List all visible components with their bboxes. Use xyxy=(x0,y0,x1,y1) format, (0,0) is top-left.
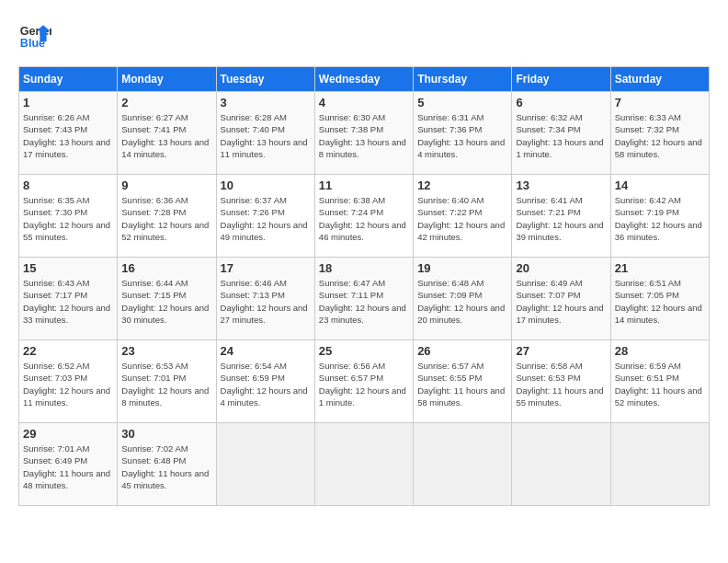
day-info: Sunrise: 6:44 AMSunset: 7:15 PMDaylight:… xyxy=(121,277,211,326)
day-info: Sunrise: 6:28 AMSunset: 7:40 PMDaylight:… xyxy=(221,111,311,160)
day-number: 20 xyxy=(516,261,606,275)
day-number: 5 xyxy=(417,96,507,109)
day-info: Sunrise: 6:40 AMSunset: 7:22 PMDaylight:… xyxy=(417,194,507,243)
calendar-cell: 11Sunrise: 6:38 AMSunset: 7:24 PMDayligh… xyxy=(314,175,413,258)
day-number: 19 xyxy=(417,261,507,275)
day-number: 30 xyxy=(121,427,211,441)
day-info: Sunrise: 6:48 AMSunset: 7:09 PMDaylight:… xyxy=(417,277,507,326)
day-number: 25 xyxy=(319,344,409,358)
day-info: Sunrise: 6:56 AMSunset: 6:57 PMDaylight:… xyxy=(319,360,409,408)
day-info: Sunrise: 6:43 AMSunset: 7:17 PMDaylight:… xyxy=(23,277,113,326)
day-info: Sunrise: 6:27 AMSunset: 7:41 PMDaylight:… xyxy=(121,111,211,160)
calendar-cell: 25Sunrise: 6:56 AMSunset: 6:57 PMDayligh… xyxy=(314,340,413,423)
calendar-cell: 18Sunrise: 6:47 AMSunset: 7:11 PMDayligh… xyxy=(314,258,413,340)
day-info: Sunrise: 6:30 AMSunset: 7:38 PMDaylight:… xyxy=(319,111,409,160)
calendar-header: SundayMondayTuesdayWednesdayThursdayFrid… xyxy=(19,67,710,92)
calendar-cell: 9Sunrise: 6:36 AMSunset: 7:28 PMDaylight… xyxy=(118,175,216,258)
day-number: 17 xyxy=(221,261,311,275)
calendar-cell: 2Sunrise: 6:27 AMSunset: 7:41 PMDaylight… xyxy=(118,92,216,175)
day-info: Sunrise: 6:46 AMSunset: 7:13 PMDaylight:… xyxy=(221,277,311,326)
calendar-cell: 12Sunrise: 6:40 AMSunset: 7:22 PMDayligh… xyxy=(414,175,512,258)
calendar-week-row: 29Sunrise: 7:01 AMSunset: 6:49 PMDayligh… xyxy=(19,423,710,506)
day-info: Sunrise: 6:59 AMSunset: 6:51 PMDaylight:… xyxy=(615,360,705,408)
day-number: 15 xyxy=(23,261,113,275)
calendar-cell: 22Sunrise: 6:52 AMSunset: 7:03 PMDayligh… xyxy=(19,340,118,423)
day-number: 28 xyxy=(615,344,705,358)
calendar-cell: 1Sunrise: 6:26 AMSunset: 7:43 PMDaylight… xyxy=(19,92,118,175)
day-info: Sunrise: 6:54 AMSunset: 6:59 PMDaylight:… xyxy=(221,360,311,408)
weekday-header: Monday xyxy=(118,67,216,92)
calendar-week-row: 1Sunrise: 6:26 AMSunset: 7:43 PMDaylight… xyxy=(19,92,710,175)
calendar-week-row: 15Sunrise: 6:43 AMSunset: 7:17 PMDayligh… xyxy=(19,258,710,340)
calendar-week-row: 8Sunrise: 6:35 AMSunset: 7:30 PMDaylight… xyxy=(19,175,710,258)
day-info: Sunrise: 6:51 AMSunset: 7:05 PMDaylight:… xyxy=(615,277,705,326)
page-header: General Blue xyxy=(18,18,710,52)
day-number: 12 xyxy=(417,178,507,192)
day-info: Sunrise: 6:53 AMSunset: 7:01 PMDaylight:… xyxy=(121,360,211,408)
calendar-cell: 19Sunrise: 6:48 AMSunset: 7:09 PMDayligh… xyxy=(414,258,512,340)
calendar-cell: 15Sunrise: 6:43 AMSunset: 7:17 PMDayligh… xyxy=(19,258,118,340)
calendar-cell: 13Sunrise: 6:41 AMSunset: 7:21 PMDayligh… xyxy=(512,175,610,258)
calendar-cell xyxy=(610,423,709,506)
day-number: 16 xyxy=(121,261,211,275)
day-info: Sunrise: 6:42 AMSunset: 7:19 PMDaylight:… xyxy=(615,194,705,243)
day-number: 27 xyxy=(516,344,606,358)
day-number: 29 xyxy=(23,427,113,441)
day-number: 10 xyxy=(221,178,311,192)
logo: General Blue xyxy=(18,18,51,52)
day-info: Sunrise: 6:36 AMSunset: 7:28 PMDaylight:… xyxy=(121,194,211,243)
day-number: 14 xyxy=(615,178,705,192)
calendar-cell: 28Sunrise: 6:59 AMSunset: 6:51 PMDayligh… xyxy=(610,340,709,423)
calendar-cell: 26Sunrise: 6:57 AMSunset: 6:55 PMDayligh… xyxy=(414,340,512,423)
day-number: 22 xyxy=(23,344,113,358)
calendar-cell: 17Sunrise: 6:46 AMSunset: 7:13 PMDayligh… xyxy=(216,258,314,340)
calendar-cell: 24Sunrise: 6:54 AMSunset: 6:59 PMDayligh… xyxy=(216,340,314,423)
calendar-cell: 4Sunrise: 6:30 AMSunset: 7:38 PMDaylight… xyxy=(314,92,413,175)
calendar-cell: 30Sunrise: 7:02 AMSunset: 6:48 PMDayligh… xyxy=(118,423,216,506)
day-info: Sunrise: 6:32 AMSunset: 7:34 PMDaylight:… xyxy=(516,111,606,160)
calendar-cell: 21Sunrise: 6:51 AMSunset: 7:05 PMDayligh… xyxy=(610,258,709,340)
day-number: 8 xyxy=(23,178,113,192)
day-info: Sunrise: 7:01 AMSunset: 6:49 PMDaylight:… xyxy=(23,442,113,491)
weekday-header: Saturday xyxy=(610,67,709,92)
day-info: Sunrise: 6:52 AMSunset: 7:03 PMDaylight:… xyxy=(23,360,113,408)
weekday-header: Tuesday xyxy=(216,67,314,92)
calendar-week-row: 22Sunrise: 6:52 AMSunset: 7:03 PMDayligh… xyxy=(19,340,710,423)
calendar-cell: 23Sunrise: 6:53 AMSunset: 7:01 PMDayligh… xyxy=(118,340,216,423)
calendar-cell: 6Sunrise: 6:32 AMSunset: 7:34 PMDaylight… xyxy=(512,92,610,175)
calendar-cell: 10Sunrise: 6:37 AMSunset: 7:26 PMDayligh… xyxy=(216,175,314,258)
calendar-cell xyxy=(216,423,314,506)
calendar-cell xyxy=(314,423,413,506)
day-info: Sunrise: 6:41 AMSunset: 7:21 PMDaylight:… xyxy=(516,194,606,243)
calendar-cell: 29Sunrise: 7:01 AMSunset: 6:49 PMDayligh… xyxy=(19,423,118,506)
day-number: 2 xyxy=(121,96,211,109)
day-number: 4 xyxy=(319,96,409,109)
day-number: 11 xyxy=(319,178,409,192)
day-number: 18 xyxy=(319,261,409,275)
calendar-cell: 27Sunrise: 6:58 AMSunset: 6:53 PMDayligh… xyxy=(512,340,610,423)
calendar-cell xyxy=(414,423,512,506)
weekday-header: Sunday xyxy=(19,67,118,92)
weekday-header: Friday xyxy=(512,67,610,92)
day-number: 7 xyxy=(615,96,705,109)
day-info: Sunrise: 6:58 AMSunset: 6:53 PMDaylight:… xyxy=(516,360,606,408)
day-number: 13 xyxy=(516,178,606,192)
calendar-table: SundayMondayTuesdayWednesdayThursdayFrid… xyxy=(18,66,710,506)
calendar-cell: 8Sunrise: 6:35 AMSunset: 7:30 PMDaylight… xyxy=(19,175,118,258)
day-info: Sunrise: 6:31 AMSunset: 7:36 PMDaylight:… xyxy=(417,111,507,160)
calendar-cell: 20Sunrise: 6:49 AMSunset: 7:07 PMDayligh… xyxy=(512,258,610,340)
day-info: Sunrise: 7:02 AMSunset: 6:48 PMDaylight:… xyxy=(121,442,211,491)
day-number: 9 xyxy=(121,178,211,192)
day-info: Sunrise: 6:33 AMSunset: 7:32 PMDaylight:… xyxy=(615,111,705,160)
calendar-cell: 7Sunrise: 6:33 AMSunset: 7:32 PMDaylight… xyxy=(610,92,709,175)
day-number: 26 xyxy=(417,344,507,358)
weekday-header: Wednesday xyxy=(314,67,413,92)
calendar-cell: 3Sunrise: 6:28 AMSunset: 7:40 PMDaylight… xyxy=(216,92,314,175)
calendar-cell: 16Sunrise: 6:44 AMSunset: 7:15 PMDayligh… xyxy=(118,258,216,340)
day-number: 23 xyxy=(121,344,211,358)
calendar-cell: 14Sunrise: 6:42 AMSunset: 7:19 PMDayligh… xyxy=(610,175,709,258)
logo-icon: General Blue xyxy=(18,18,51,52)
day-info: Sunrise: 6:47 AMSunset: 7:11 PMDaylight:… xyxy=(319,277,409,326)
calendar-cell xyxy=(512,423,610,506)
day-number: 6 xyxy=(516,96,606,109)
